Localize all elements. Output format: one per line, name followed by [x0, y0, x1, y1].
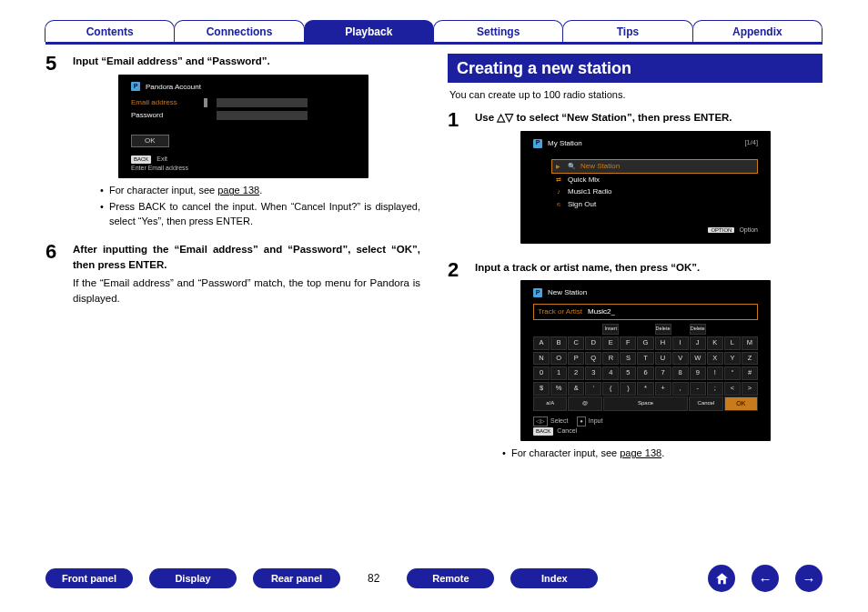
step5-bullet-1: For character input, see page 138. [100, 184, 420, 198]
arrow-right-icon: → [802, 571, 816, 587]
key-Q: Q [585, 352, 601, 366]
top-tabs: Contents Connections Playback Settings T… [45, 20, 823, 45]
key-H: H [655, 336, 671, 350]
tab-contents[interactable]: Contents [45, 20, 175, 42]
mi-label: Quick Mix [568, 175, 600, 186]
key->: > [742, 382, 758, 396]
key-‘: ‘ [585, 382, 601, 396]
remote-button[interactable]: Remote [407, 568, 494, 588]
key-aA: a/A [533, 396, 567, 411]
search-label: Track or Artist [538, 306, 582, 317]
key-V: V [672, 352, 689, 366]
tab-connections[interactable]: Connections [174, 20, 304, 42]
key-%: % [550, 382, 567, 396]
step-number: 1 [448, 110, 466, 249]
front-panel-button[interactable]: Front panel [45, 568, 133, 588]
screen1-title: Pandora Account [146, 82, 201, 93]
key-S: S [620, 352, 636, 366]
email-input-box [217, 98, 308, 107]
step2-bullet-1: For character input, see page 138. [502, 446, 771, 461]
mi-label: Sign Out [568, 199, 596, 210]
step-1-head: Use △▽ to select “New Station”, then pre… [475, 110, 771, 125]
shuffle-icon: ⇄ [555, 176, 562, 185]
key-F: F [620, 336, 636, 350]
rear-panel-button[interactable]: Rear panel [253, 568, 340, 588]
legend-cancel: Cancel [557, 427, 577, 434]
step5-bullet-2: Press BACK to cancel the input. When “Ca… [100, 200, 420, 229]
key-7: 7 [655, 366, 671, 380]
email-label: Email address [131, 97, 195, 108]
legend-select: Select [550, 417, 568, 424]
step-2-head: Input a track or artist name, then press… [475, 260, 771, 276]
key-!: ! [707, 366, 723, 380]
option-label: Option [739, 226, 758, 233]
key-B: B [550, 336, 567, 350]
key-9: 9 [690, 366, 706, 380]
key-(: ( [602, 382, 619, 396]
key-#: # [742, 366, 758, 380]
mi-label: Music1 Radio [568, 186, 611, 197]
index-button[interactable]: Index [510, 568, 598, 588]
display-button[interactable]: Display [149, 568, 237, 588]
back-tag: BACK [533, 427, 553, 436]
step-6-note: If the “Email address” and “Password” ma… [73, 276, 420, 306]
section-intro: You can create up to 100 radio stations. [448, 88, 823, 103]
key-1: 1 [550, 366, 567, 380]
key-“: “ [724, 366, 741, 380]
tab-playback[interactable]: Playback [304, 20, 434, 42]
key-2: 2 [568, 366, 584, 380]
bullet-text-tail: . [661, 447, 664, 458]
pandora-icon: P [131, 82, 140, 91]
bullet-text-tail: . [259, 185, 262, 196]
arrow-icon: ◁▷ [533, 416, 548, 426]
page-138-link[interactable]: page 138 [620, 447, 661, 458]
key-L: L [724, 336, 741, 350]
prev-button[interactable]: ← [752, 565, 779, 592]
my-station-screen: P My Station [1/4] 🔍New Station ⇄Quick M… [520, 131, 771, 244]
home-button[interactable] [708, 565, 735, 592]
key-E: E [602, 336, 619, 350]
screen2-title: My Station [548, 138, 582, 149]
tab-appendix[interactable]: Appendix [692, 20, 823, 42]
pandora-icon: P [533, 288, 542, 297]
back-tag: BACK [131, 156, 151, 164]
key-at: @ [568, 396, 601, 411]
tab-settings[interactable]: Settings [433, 20, 563, 42]
pandora-account-screen: P Pandora Account Email address Password… [118, 75, 368, 179]
soft-keyboard: Insert Delete Delete [533, 324, 758, 335]
step-6: 6 After inputting the “Email address” an… [45, 242, 420, 306]
screen3-title: New Station [548, 287, 587, 298]
key-N: N [533, 352, 550, 366]
step-2: 2 Input a track or artist name, then pre… [448, 260, 823, 463]
key-4: 4 [602, 366, 619, 380]
key-space: Space [603, 396, 688, 411]
step-number: 2 [448, 260, 466, 463]
home-icon [714, 571, 730, 587]
tab-tips[interactable]: Tips [562, 20, 692, 42]
screen2-counter: [1/4] [744, 138, 758, 148]
menu-item-sign-out: ⎋Sign Out [551, 198, 758, 211]
right-column: Creating a new station You can create up… [448, 54, 823, 474]
key-5: 5 [620, 366, 636, 380]
mi-label: New Station [580, 161, 620, 172]
step-5: 5 Input “Email address” and “Password”. … [45, 54, 420, 231]
pandora-icon: P [533, 139, 542, 148]
key-O: O [550, 352, 567, 366]
key-X: X [707, 352, 723, 366]
radio-icon: ♪ [555, 187, 562, 196]
menu-item-music1: ♪Music1 Radio [551, 186, 758, 198]
text-cursor [204, 98, 207, 107]
key-P: P [568, 352, 584, 366]
legend-input: Input [589, 417, 603, 424]
key-*: * [637, 382, 653, 396]
section-heading: Creating a new station [448, 54, 823, 83]
password-input-box [217, 111, 308, 120]
key-<: < [724, 382, 741, 396]
left-column: 5 Input “Email address” and “Password”. … [45, 54, 420, 474]
key-3: 3 [585, 366, 601, 380]
hint-label: Enter Email address [131, 165, 188, 171]
bullet-text: For character input, see [109, 185, 217, 196]
next-button[interactable]: → [795, 565, 823, 592]
step-5-head: Input “Email address” and “Password”. [73, 54, 420, 69]
page-138-link[interactable]: page 138 [217, 185, 259, 196]
